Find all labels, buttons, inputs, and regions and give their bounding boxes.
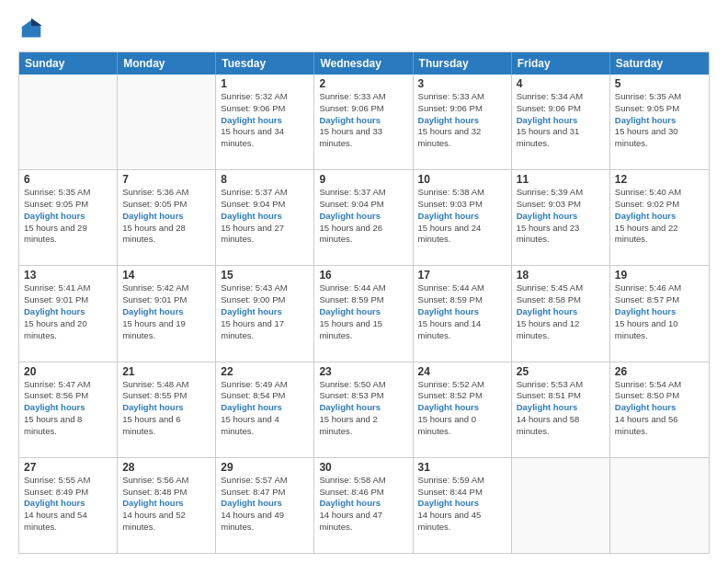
daylight-label: Daylight hours <box>517 402 578 412</box>
day-number: 4 <box>517 77 605 90</box>
day-number: 23 <box>319 365 407 378</box>
header-cell-thursday: Thursday <box>414 52 512 75</box>
daylight-label: Daylight hours <box>418 498 480 508</box>
daylight-label: Daylight hours <box>517 306 578 316</box>
header-cell-tuesday: Tuesday <box>216 52 314 75</box>
day-number: 18 <box>517 269 605 282</box>
day-info: Sunrise: 5:34 AMSunset: 9:06 PMDaylight … <box>517 91 605 150</box>
calendar-cell: 7Sunrise: 5:36 AMSunset: 9:05 PMDaylight… <box>118 170 216 265</box>
day-info: Sunrise: 5:58 AMSunset: 8:46 PMDaylight … <box>319 475 407 534</box>
calendar-cell: 4Sunrise: 5:34 AMSunset: 9:06 PMDaylight… <box>512 75 610 169</box>
day-number: 25 <box>517 365 605 378</box>
calendar-cell: 17Sunrise: 5:44 AMSunset: 8:59 PMDayligh… <box>414 266 512 361</box>
daylight-label: Daylight hours <box>615 402 677 412</box>
day-number: 3 <box>418 77 506 90</box>
daylight-label: Daylight hours <box>221 306 282 316</box>
day-info: Sunrise: 5:32 AMSunset: 9:06 PMDaylight … <box>221 91 309 150</box>
daylight-label: Daylight hours <box>24 306 85 316</box>
header-cell-wednesday: Wednesday <box>314 52 413 75</box>
calendar-cell: 25Sunrise: 5:53 AMSunset: 8:51 PMDayligh… <box>512 362 610 457</box>
calendar-row-0: 1Sunrise: 5:32 AMSunset: 9:06 PMDaylight… <box>19 75 709 169</box>
calendar-cell: 13Sunrise: 5:41 AMSunset: 9:01 PMDayligh… <box>19 266 118 361</box>
calendar-cell <box>118 75 216 169</box>
day-info: Sunrise: 5:40 AMSunset: 9:02 PMDaylight … <box>615 187 704 246</box>
calendar-cell: 14Sunrise: 5:42 AMSunset: 9:01 PMDayligh… <box>118 266 216 361</box>
daylight-label: Daylight hours <box>615 115 677 125</box>
day-info: Sunrise: 5:33 AMSunset: 9:06 PMDaylight … <box>418 91 506 150</box>
day-number: 11 <box>517 173 605 186</box>
day-info: Sunrise: 5:38 AMSunset: 9:03 PMDaylight … <box>418 187 506 246</box>
day-info: Sunrise: 5:59 AMSunset: 8:44 PMDaylight … <box>418 475 506 534</box>
calendar-cell: 5Sunrise: 5:35 AMSunset: 9:05 PMDaylight… <box>610 75 709 169</box>
day-number: 2 <box>319 77 407 90</box>
calendar-cell: 9Sunrise: 5:37 AMSunset: 9:04 PMDaylight… <box>314 170 413 265</box>
logo <box>18 17 48 42</box>
day-number: 13 <box>24 269 112 282</box>
daylight-label: Daylight hours <box>319 402 381 412</box>
daylight-label: Daylight hours <box>122 306 184 316</box>
calendar-cell: 12Sunrise: 5:40 AMSunset: 9:02 PMDayligh… <box>610 170 709 265</box>
day-info: Sunrise: 5:36 AMSunset: 9:05 PMDaylight … <box>122 187 210 246</box>
header <box>18 17 710 42</box>
daylight-label: Daylight hours <box>517 115 578 125</box>
daylight-label: Daylight hours <box>24 402 85 412</box>
day-number: 31 <box>418 461 506 474</box>
day-number: 26 <box>615 365 704 378</box>
calendar-cell: 3Sunrise: 5:33 AMSunset: 9:06 PMDaylight… <box>414 75 512 169</box>
day-info: Sunrise: 5:46 AMSunset: 8:57 PMDaylight … <box>615 282 704 341</box>
day-info: Sunrise: 5:50 AMSunset: 8:53 PMDaylight … <box>319 379 407 438</box>
calendar-cell: 10Sunrise: 5:38 AMSunset: 9:03 PMDayligh… <box>414 170 512 265</box>
daylight-label: Daylight hours <box>418 115 480 125</box>
day-info: Sunrise: 5:54 AMSunset: 8:50 PMDaylight … <box>615 379 704 438</box>
calendar-cell: 31Sunrise: 5:59 AMSunset: 8:44 PMDayligh… <box>414 458 512 553</box>
calendar-cell: 29Sunrise: 5:57 AMSunset: 8:47 PMDayligh… <box>216 458 314 553</box>
page: SundayMondayTuesdayWednesdayThursdayFrid… <box>0 0 728 563</box>
calendar-cell <box>512 458 610 553</box>
day-info: Sunrise: 5:49 AMSunset: 8:54 PMDaylight … <box>221 379 309 438</box>
day-info: Sunrise: 5:44 AMSunset: 8:59 PMDaylight … <box>418 282 506 341</box>
daylight-label: Daylight hours <box>319 115 381 125</box>
day-number: 22 <box>221 365 309 378</box>
day-info: Sunrise: 5:45 AMSunset: 8:58 PMDaylight … <box>517 282 605 341</box>
calendar-cell: 2Sunrise: 5:33 AMSunset: 9:06 PMDaylight… <box>314 75 413 169</box>
day-info: Sunrise: 5:37 AMSunset: 9:04 PMDaylight … <box>221 187 309 246</box>
header-cell-sunday: Sunday <box>19 52 118 75</box>
header-cell-monday: Monday <box>118 52 216 75</box>
daylight-label: Daylight hours <box>418 211 480 221</box>
day-number: 30 <box>319 461 407 474</box>
day-info: Sunrise: 5:35 AMSunset: 9:05 PMDaylight … <box>24 187 112 246</box>
daylight-label: Daylight hours <box>319 498 381 508</box>
calendar-cell: 27Sunrise: 5:55 AMSunset: 8:49 PMDayligh… <box>19 458 118 553</box>
calendar-cell: 19Sunrise: 5:46 AMSunset: 8:57 PMDayligh… <box>610 266 709 361</box>
day-number: 8 <box>221 173 309 186</box>
day-info: Sunrise: 5:43 AMSunset: 9:00 PMDaylight … <box>221 282 309 341</box>
daylight-label: Daylight hours <box>221 115 282 125</box>
day-number: 28 <box>122 461 210 474</box>
svg-marker-1 <box>31 18 42 26</box>
daylight-label: Daylight hours <box>221 498 282 508</box>
calendar-cell: 20Sunrise: 5:47 AMSunset: 8:56 PMDayligh… <box>19 362 118 457</box>
daylight-label: Daylight hours <box>24 211 85 221</box>
day-number: 24 <box>418 365 506 378</box>
day-info: Sunrise: 5:55 AMSunset: 8:49 PMDaylight … <box>24 475 112 534</box>
day-number: 20 <box>24 365 112 378</box>
calendar-cell: 26Sunrise: 5:54 AMSunset: 8:50 PMDayligh… <box>610 362 709 457</box>
calendar-row-1: 6Sunrise: 5:35 AMSunset: 9:05 PMDaylight… <box>19 169 709 265</box>
day-info: Sunrise: 5:52 AMSunset: 8:52 PMDaylight … <box>418 379 506 438</box>
daylight-label: Daylight hours <box>122 211 184 221</box>
daylight-label: Daylight hours <box>418 306 480 316</box>
daylight-label: Daylight hours <box>615 211 677 221</box>
day-info: Sunrise: 5:41 AMSunset: 9:01 PMDaylight … <box>24 282 112 341</box>
logo-icon <box>18 17 44 42</box>
day-number: 21 <box>122 365 210 378</box>
daylight-label: Daylight hours <box>615 306 677 316</box>
day-info: Sunrise: 5:57 AMSunset: 8:47 PMDaylight … <box>221 475 309 534</box>
day-number: 7 <box>122 173 210 186</box>
header-cell-friday: Friday <box>512 52 610 75</box>
calendar-cell: 6Sunrise: 5:35 AMSunset: 9:05 PMDaylight… <box>19 170 118 265</box>
day-info: Sunrise: 5:39 AMSunset: 9:03 PMDaylight … <box>517 187 605 246</box>
day-number: 5 <box>615 77 704 90</box>
day-number: 17 <box>418 269 506 282</box>
calendar-cell: 15Sunrise: 5:43 AMSunset: 9:00 PMDayligh… <box>216 266 314 361</box>
calendar-row-3: 20Sunrise: 5:47 AMSunset: 8:56 PMDayligh… <box>19 362 709 457</box>
